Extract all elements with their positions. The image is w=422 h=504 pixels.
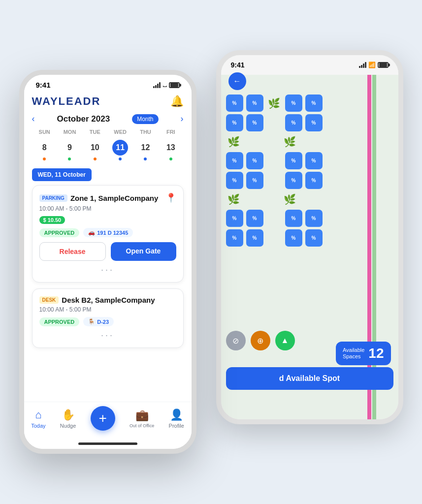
nav-nudge-label: Nudge xyxy=(60,423,76,429)
nav-today-label: Today xyxy=(31,423,45,429)
desk-item: % xyxy=(226,210,243,227)
desk-icon: 🪑 xyxy=(88,318,95,325)
desk-item: % xyxy=(246,152,263,169)
open-gate-button[interactable]: Open Gate xyxy=(111,242,176,261)
back-time: 9:41 xyxy=(231,61,245,69)
calendar-days: 8 9 10 11 xyxy=(32,138,184,162)
calendar-prev-button[interactable]: ‹ xyxy=(32,114,35,124)
nav-out-of-office-label: Out of Office xyxy=(130,423,154,428)
desk-item: % xyxy=(305,210,323,227)
desk-item: % xyxy=(226,172,243,189)
wifi-icon: ⎵ xyxy=(163,82,166,89)
desk-item: % xyxy=(226,114,243,131)
status-bar: 9:41 ⎵ xyxy=(24,75,192,91)
status-bar-back: 9:41 📶 xyxy=(221,55,398,75)
plant-item: 🌿 xyxy=(266,95,282,111)
plus-icon: + xyxy=(98,410,106,426)
app-logo: WAYLEADR xyxy=(32,95,101,108)
parking-card-actions: Release Open Gate xyxy=(39,242,176,261)
available-spaces-label: AvailableSpaces xyxy=(343,347,364,360)
app-content: WAYLEADR 🔔 ‹ October 2023 Month › SUN MO… xyxy=(24,91,192,402)
desk-type-badge: DESK xyxy=(39,296,59,304)
desk-item: % xyxy=(226,229,243,247)
home-icon: ⌂ xyxy=(35,409,41,421)
parking-plate-badge: 🚗 191 D 12345 xyxy=(83,228,133,237)
signal-icon xyxy=(153,82,161,88)
calendar-view-pill[interactable]: Month xyxy=(132,114,158,124)
desk-item: % xyxy=(305,172,323,189)
desk-item: % xyxy=(246,229,263,247)
desk-item: % xyxy=(226,152,243,169)
desk-item: % xyxy=(285,114,302,131)
calendar-day-10[interactable]: 10 xyxy=(82,138,107,162)
status-time: 9:41 xyxy=(36,81,51,89)
release-button[interactable]: Release xyxy=(39,242,106,261)
plant-item: 🌿 xyxy=(282,191,298,207)
desk-id-badge: 🪑 D-23 xyxy=(83,317,114,326)
nav-add-button[interactable]: + xyxy=(91,406,115,431)
location-icon[interactable]: 📍 xyxy=(165,192,176,203)
desk-item: % xyxy=(305,152,323,169)
desk-booking-card: DESK Desk B2, SampleCompany 10:00 AM - 5… xyxy=(32,288,184,348)
desk-item: % xyxy=(246,94,263,112)
desk-item: % xyxy=(305,114,323,131)
desk-item: % xyxy=(305,94,323,112)
phone-back: 9:41 📶 ← % % xyxy=(216,50,403,424)
desk-title: Desk B2, SampleCompany xyxy=(62,296,155,304)
available-spaces-number: 12 xyxy=(368,346,384,361)
desk-item: % xyxy=(285,229,302,247)
parking-card-more[interactable]: ··· xyxy=(39,265,176,275)
nav-today[interactable]: ⌂ Today xyxy=(31,409,45,429)
calendar-day-13[interactable]: 13 xyxy=(158,138,183,162)
parking-title: Zone 1, SampleCompany xyxy=(70,194,158,202)
desk-approved-badge: APPROVED xyxy=(39,317,80,326)
app-header: WAYLEADR 🔔 xyxy=(32,91,184,114)
nav-profile-label: Profile xyxy=(169,423,184,429)
back-wifi-icon: 📶 xyxy=(368,62,376,68)
date-header-bar: WED, 11 October xyxy=(32,164,184,185)
available-spaces-badge: AvailableSpaces 12 xyxy=(336,342,391,365)
car-icon: 🚗 xyxy=(88,229,95,236)
calendar-day-12[interactable]: 12 xyxy=(133,138,158,162)
parking-booking-card: PARKING Zone 1, SampleCompany 📍 10:00 AM… xyxy=(32,185,184,283)
desk-time: 10:00 AM - 5:00 PM xyxy=(39,306,176,313)
desk-item: % xyxy=(285,152,302,169)
battery-icon xyxy=(169,82,180,88)
calendar-day-9[interactable]: 9 xyxy=(57,138,82,162)
plant-item: 🌿 xyxy=(282,134,298,150)
back-signal-icon xyxy=(359,62,366,68)
bell-icon[interactable]: 🔔 xyxy=(170,95,184,108)
desk-item: % xyxy=(246,114,263,131)
desk-status-row: APPROVED 🪑 D-23 xyxy=(39,317,176,326)
calendar-nav: ‹ October 2023 Month › xyxy=(32,114,184,124)
back-button-map[interactable]: ← xyxy=(228,72,246,90)
desk-item: % xyxy=(285,94,302,112)
desk-item: % xyxy=(305,229,323,247)
plant-item: 🌿 xyxy=(226,134,242,150)
calendar-month-label: October 2023 xyxy=(57,114,110,124)
nav-nudge[interactable]: ✋ Nudge xyxy=(60,409,76,429)
calendar-day-8[interactable]: 8 xyxy=(32,138,57,162)
calendar-days-header: SUN MON TUE WED THU FRI xyxy=(32,129,184,135)
find-available-spot-button[interactable]: d Available Spot xyxy=(226,367,393,390)
home-indicator xyxy=(78,442,137,445)
calendar-next-button[interactable]: › xyxy=(181,114,184,124)
desk-card-title-row: DESK Desk B2, SampleCompany xyxy=(39,296,176,304)
calendar-day-11[interactable]: 11 xyxy=(107,138,132,162)
desk-item: % xyxy=(226,94,243,112)
desk-item: % xyxy=(285,210,302,227)
parking-approved-badge: APPROVED xyxy=(39,228,80,237)
desk-card-more[interactable]: ··· xyxy=(39,330,176,341)
parking-card-title-row: PARKING Zone 1, SampleCompany 📍 xyxy=(39,192,176,203)
nav-profile[interactable]: 👤 Profile xyxy=(169,409,184,429)
nudge-icon: ✋ xyxy=(62,409,75,421)
parking-price: $ 10.50 xyxy=(39,216,65,224)
parking-type-badge: PARKING xyxy=(39,194,67,202)
phone-front: 9:41 ⎵ WAYLEADR 🔔 ‹ xyxy=(19,70,196,454)
desk-item: % xyxy=(246,210,263,227)
parking-time: 10:00 AM - 5:00 PM xyxy=(39,205,176,212)
parking-status-row: APPROVED 🚗 191 D 12345 xyxy=(39,228,176,237)
briefcase-icon: 💼 xyxy=(135,409,149,422)
nav-out-of-office[interactable]: 💼 Out of Office xyxy=(130,409,154,428)
desk-item: % xyxy=(285,172,302,189)
